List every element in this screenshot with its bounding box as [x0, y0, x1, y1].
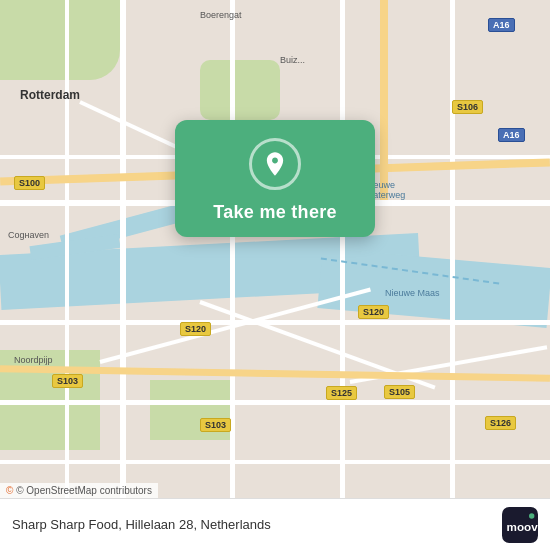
location-label: Sharp Sharp Food, Hillelaan 28, Netherla… [12, 517, 502, 532]
take-me-there-button[interactable]: Take me there [213, 202, 337, 223]
moovit-logo: moovit [502, 507, 538, 543]
label-nieuwe-maas: Nieuwe Maas [385, 288, 440, 298]
attribution-text: © © OpenStreetMap contributors [6, 485, 152, 496]
badge-a16-top: A16 [488, 18, 515, 32]
badge-s100: S100 [14, 176, 45, 190]
svg-point-2 [529, 513, 534, 518]
label-boerengat: Boerengat [200, 10, 242, 20]
label-cogn: Cogнaven [8, 230, 49, 240]
badge-s126: S126 [485, 416, 516, 430]
road-yellow-v1 [380, 0, 388, 200]
road-v3 [340, 0, 345, 550]
badge-s105: S105 [384, 385, 415, 399]
badge-s120-right: S120 [358, 305, 389, 319]
road-v2 [230, 0, 235, 550]
overlay-card: Take me there [175, 120, 375, 237]
road-v5 [65, 0, 69, 550]
road-v1 [120, 0, 126, 550]
attribution-bar: © © OpenStreetMap contributors [0, 483, 158, 498]
moovit-logo-icon: moovit [502, 507, 538, 543]
label-buiz: Buiz... [280, 55, 305, 65]
map-background: Rotterdam Noordpijp Cogнaven Nieuwe Maas… [0, 0, 550, 550]
badge-s103-left: S103 [52, 374, 83, 388]
badge-s125: S125 [326, 386, 357, 400]
green-north [0, 0, 120, 80]
map-container: Rotterdam Noordpijp Cogнaven Nieuwe Maas… [0, 0, 550, 550]
location-pin-icon [261, 150, 289, 178]
pin-icon-wrap [249, 138, 301, 190]
badge-s103-mid: S103 [200, 418, 231, 432]
bottom-bar: Sharp Sharp Food, Hillelaan 28, Netherla… [0, 498, 550, 550]
svg-text:moovit: moovit [507, 520, 539, 533]
green-park [200, 60, 280, 120]
badge-s106: S106 [452, 100, 483, 114]
label-noordpijp: Noordpijp [14, 355, 53, 365]
badge-a16-mid: A16 [498, 128, 525, 142]
label-rotterdam: Rotterdam [20, 88, 80, 102]
road-h5 [0, 460, 550, 464]
badge-s120-left: S120 [180, 322, 211, 336]
road-h3 [0, 400, 550, 405]
road-h2 [0, 320, 550, 325]
